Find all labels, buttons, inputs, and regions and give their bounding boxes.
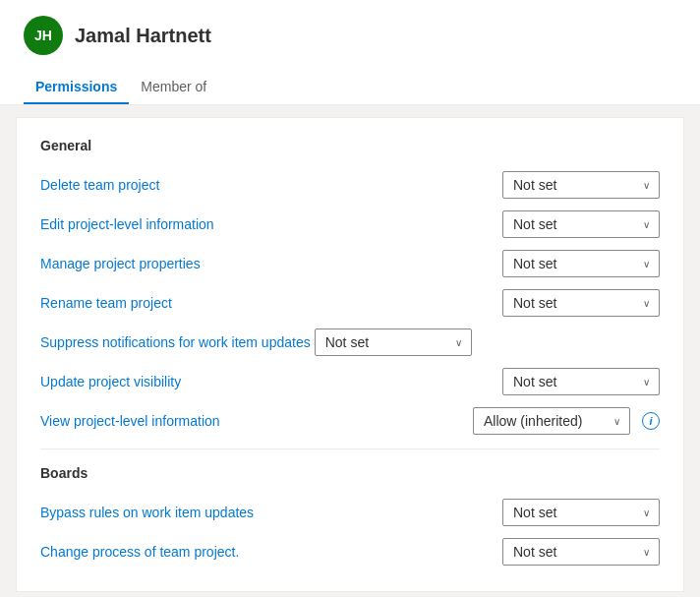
permission-label-change-process: Change process of team project. — [40, 544, 495, 560]
select-wrapper-change-process: Not set Allow Deny Allow (inherited) ∨ — [502, 538, 660, 566]
header: JH Jamal Hartnett Permissions Member of — [0, 0, 700, 105]
permission-row-update-project-visibility: Update project visibility Not set Allow … — [40, 362, 660, 401]
permission-row-manage-project-properties: Manage project properties Not set Allow … — [40, 244, 660, 283]
main-content: General Delete team project Not set Allo… — [16, 117, 684, 592]
permission-label-manage-project-properties: Manage project properties — [40, 256, 495, 271]
permission-label-edit-project-level-info: Edit project-level information — [40, 216, 495, 232]
tab-permissions[interactable]: Permissions — [24, 71, 129, 104]
tabs: Permissions Member of — [24, 71, 676, 104]
permission-row-change-process: Change process of team project. Not set … — [40, 532, 660, 571]
select-wrapper-delete-team-project: Not set Allow Deny Allow (inherited) ∨ — [502, 171, 660, 199]
select-wrapper-bypass-rules: Not set Allow Deny Allow (inherited) ∨ — [502, 499, 660, 526]
permission-row-view-project-level-info: View project-level information Not set A… — [40, 401, 660, 441]
select-wrapper-update-project-visibility: Not set Allow Deny Allow (inherited) ∨ — [502, 368, 660, 395]
section-boards: Boards Bypass rules on work item updates… — [40, 465, 660, 571]
select-rename-team-project[interactable]: Not set Allow Deny Allow (inherited) — [502, 289, 660, 317]
info-icon[interactable]: i — [642, 412, 660, 430]
select-manage-project-properties[interactable]: Not set Allow Deny Allow (inherited) — [502, 250, 660, 277]
user-row: JH Jamal Hartnett — [24, 16, 676, 67]
user-name: Jamal Hartnett — [75, 25, 211, 47]
permission-row-rename-team-project: Rename team project Not set Allow Deny A… — [40, 283, 660, 323]
select-view-project-level-info[interactable]: Not set Allow Deny Allow (inherited) — [473, 407, 630, 435]
section-boards-title: Boards — [40, 465, 660, 481]
permission-label-delete-team-project: Delete team project — [40, 177, 495, 193]
permission-row-suppress-notifications: Suppress notifications for work item upd… — [40, 323, 660, 362]
select-delete-team-project[interactable]: Not set Allow Deny Allow (inherited) — [502, 171, 660, 199]
select-update-project-visibility[interactable]: Not set Allow Deny Allow (inherited) — [502, 368, 660, 395]
permission-label-rename-team-project: Rename team project — [40, 295, 495, 311]
select-suppress-notifications[interactable]: Not set Allow Deny Allow (inherited) — [315, 328, 472, 356]
select-edit-project-level-info[interactable]: Not set Allow Deny Allow (inherited) — [502, 210, 660, 238]
select-wrapper-edit-project-level-info: Not set Allow Deny Allow (inherited) ∨ — [502, 210, 660, 238]
section-general-title: General — [40, 138, 660, 153]
avatar: JH — [24, 16, 63, 55]
select-wrapper-rename-team-project: Not set Allow Deny Allow (inherited) ∨ — [502, 289, 660, 317]
section-general: General Delete team project Not set Allo… — [40, 138, 660, 441]
permission-row-edit-project-level-info: Edit project-level information Not set A… — [40, 205, 660, 244]
permission-row-bypass-rules: Bypass rules on work item updates Not se… — [40, 493, 660, 532]
section-divider — [40, 448, 660, 449]
permission-label-bypass-rules: Bypass rules on work item updates — [40, 505, 495, 520]
permission-row-delete-team-project: Delete team project Not set Allow Deny A… — [40, 165, 660, 205]
permission-label-suppress-notifications: Suppress notifications for work item upd… — [40, 334, 311, 350]
select-bypass-rules[interactable]: Not set Allow Deny Allow (inherited) — [502, 499, 660, 526]
tab-member-of[interactable]: Member of — [129, 71, 218, 104]
select-wrapper-view-project-level-info: Not set Allow Deny Allow (inherited) ∨ — [473, 407, 630, 435]
permission-label-update-project-visibility: Update project visibility — [40, 374, 495, 389]
select-wrapper-suppress-notifications: Not set Allow Deny Allow (inherited) ∨ — [315, 328, 472, 356]
select-change-process[interactable]: Not set Allow Deny Allow (inherited) — [502, 538, 660, 566]
select-wrapper-manage-project-properties: Not set Allow Deny Allow (inherited) ∨ — [502, 250, 660, 277]
permission-label-view-project-level-info: View project-level information — [40, 413, 465, 429]
